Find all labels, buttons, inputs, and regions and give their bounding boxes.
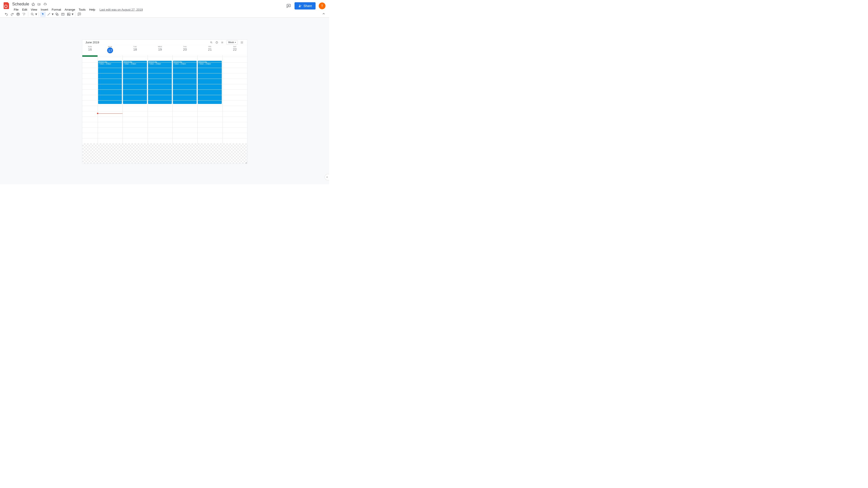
chevron-down-icon: ▾ xyxy=(52,11,54,17)
svg-point-30 xyxy=(242,43,242,43)
svg-line-8 xyxy=(48,13,50,15)
calendar-view-selector: Week ▾ xyxy=(226,40,238,44)
allday-cell-sat xyxy=(222,55,247,57)
allday-cell-wed xyxy=(148,55,173,57)
print-icon[interactable] xyxy=(16,11,21,17)
svg-line-19 xyxy=(212,43,212,43)
svg-point-6 xyxy=(31,13,33,15)
image-icon xyxy=(66,11,71,17)
svg-point-24 xyxy=(242,41,242,42)
zoom-dropdown[interactable]: ▾ xyxy=(30,11,37,17)
event-block: School day 7:30am – 3:30pm xyxy=(148,61,172,104)
svg-point-26 xyxy=(241,42,241,43)
allday-cell-mon xyxy=(98,55,123,57)
drawing-canvas[interactable]: June 2019 Week ▾ SUN 16 MON 17 TUE 18 xyxy=(82,40,247,164)
drawings-logo-icon xyxy=(4,2,9,9)
svg-point-23 xyxy=(241,41,241,42)
svg-point-27 xyxy=(242,42,242,43)
allday-row xyxy=(82,55,247,57)
svg-point-2 xyxy=(299,5,300,6)
hide-menus-icon[interactable] xyxy=(322,12,326,17)
svg-point-28 xyxy=(243,42,243,43)
line-icon xyxy=(46,11,52,17)
allday-cell-thu xyxy=(173,55,197,57)
undo-icon[interactable] xyxy=(4,11,9,17)
day-header-mon: MON 17 xyxy=(98,45,123,55)
chevron-down-icon: ▾ xyxy=(71,11,74,17)
person-add-icon xyxy=(298,4,302,8)
doc-title-row: Schedule xyxy=(12,2,286,6)
svg-point-22 xyxy=(222,42,222,43)
event-block: School day 7:30am – 3:30pm xyxy=(173,61,197,104)
svg-rect-14 xyxy=(67,13,70,15)
calendar-month-label: June 2019 xyxy=(86,41,208,44)
allday-event-green xyxy=(82,55,98,57)
allday-cell-sun xyxy=(82,55,98,57)
calendar-settings-icon xyxy=(220,40,224,45)
star-icon[interactable] xyxy=(31,2,35,6)
svg-point-25 xyxy=(243,41,243,42)
textbox-icon[interactable] xyxy=(60,11,66,17)
header: Schedule File Edit View Insert Format Ar… xyxy=(0,0,329,11)
shape-icon[interactable] xyxy=(54,11,60,17)
svg-point-29 xyxy=(241,43,241,43)
account-avatar[interactable]: T xyxy=(319,2,326,9)
day-header-sun: SUN 16 xyxy=(82,45,98,55)
cloud-status-icon[interactable] xyxy=(43,2,47,6)
svg-rect-4 xyxy=(17,14,19,15)
event-block: School day 7:30am – 3:30pm xyxy=(98,61,122,104)
svg-rect-5 xyxy=(23,13,25,14)
insert-comment-icon[interactable] xyxy=(76,11,82,17)
select-tool-icon[interactable] xyxy=(40,11,46,17)
transparent-area xyxy=(82,143,247,164)
day-header-fri: FRI 21 xyxy=(197,45,222,55)
comment-history-icon[interactable] xyxy=(286,3,291,8)
share-label: Share xyxy=(304,4,312,8)
canvas-resize-handle[interactable] xyxy=(245,161,247,164)
canvas-background[interactable]: June 2019 Week ▾ SUN 16 MON 17 TUE 18 xyxy=(0,18,329,184)
day-header-sat: SAT 22 xyxy=(222,45,247,55)
calendar-days-header: SUN 16 MON 17 TUE 18 WED 19 THU 20 FRI 2… xyxy=(82,45,247,55)
redo-icon[interactable] xyxy=(9,11,15,17)
event-block: School day 7:30am – 3:30pm xyxy=(123,61,147,104)
current-time-dot xyxy=(97,113,98,114)
header-right: Share T xyxy=(286,2,326,9)
allday-cell-tue xyxy=(123,55,147,57)
svg-rect-3 xyxy=(17,13,19,13)
apps-grid-icon xyxy=(240,40,244,45)
day-header-tue: TUE 18 xyxy=(123,45,147,55)
day-header-thu: THU 20 xyxy=(173,45,197,55)
event-block: School day 7:30am – 3:30pm xyxy=(198,61,221,104)
show-side-panel-icon[interactable] xyxy=(324,174,329,180)
svg-point-31 xyxy=(243,43,243,43)
menu-help[interactable]: Help xyxy=(88,7,97,12)
calendar-search-icon xyxy=(209,40,214,45)
line-tool-dropdown[interactable]: ▾ xyxy=(46,11,54,17)
chevron-down-icon: ▾ xyxy=(235,41,236,43)
calendar-header: June 2019 Week ▾ xyxy=(82,40,247,45)
move-icon[interactable] xyxy=(37,2,41,6)
calendar-help-icon xyxy=(215,40,219,45)
separator xyxy=(28,12,28,17)
title-area: Schedule File Edit View Insert Format Ar… xyxy=(12,2,286,12)
image-tool-dropdown[interactable]: ▾ xyxy=(66,11,74,17)
doc-title[interactable]: Schedule xyxy=(12,2,29,6)
zoom-icon xyxy=(30,11,35,17)
paint-format-icon[interactable] xyxy=(21,11,27,17)
day-header-wed: WED 19 xyxy=(148,45,173,55)
svg-point-18 xyxy=(211,41,212,43)
chevron-down-icon: ▾ xyxy=(35,11,37,17)
last-edit-link[interactable]: Last edit was on August 27, 2019 xyxy=(99,8,143,11)
calendar-grid: School day 7:30am – 3:30pm School day 7:… xyxy=(82,57,247,144)
allday-cell-fri xyxy=(197,55,222,57)
share-button[interactable]: Share xyxy=(294,2,315,9)
svg-line-7 xyxy=(33,14,34,15)
